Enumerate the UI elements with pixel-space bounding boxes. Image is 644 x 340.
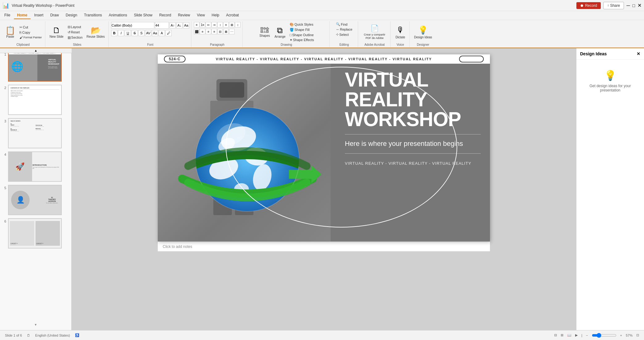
highlight-color-button[interactable]: 🖊	[165, 30, 172, 36]
design-ideas-button[interactable]: 💡 Design Ideas	[412, 24, 434, 40]
tab-view[interactable]: View	[194, 12, 208, 19]
font-size-increase-button[interactable]: A↑	[169, 22, 176, 28]
underline-button[interactable]: U	[125, 30, 131, 36]
tab-design[interactable]: Design	[63, 12, 80, 19]
new-slide-button[interactable]: 🗋 New Slide	[48, 25, 65, 40]
zoom-in-icon[interactable]: +	[620, 334, 622, 337]
zoom-out-icon[interactable]: −	[586, 334, 588, 337]
slide-img-1[interactable]: 🌐 VIRTUALREALITYWORKSHOP Here is where y…	[8, 51, 62, 82]
char-spacing-button[interactable]: AV	[145, 30, 151, 36]
tab-slideshow[interactable]: Slide Show	[131, 12, 156, 19]
slide-img-6[interactable]: CONCEPT 1 Topic description CONCEPT 2 To…	[8, 218, 62, 249]
record-button[interactable]: ⏺ Record	[576, 2, 601, 9]
italic-button[interactable]: I	[118, 30, 124, 36]
justify-button[interactable]: ≡	[211, 29, 217, 34]
font-size-input[interactable]	[155, 22, 169, 29]
align-left-button[interactable]: ⬛	[194, 29, 199, 34]
tab-home[interactable]: Home	[14, 12, 30, 19]
tab-review[interactable]: Review	[175, 12, 193, 19]
close-icon[interactable]: ✕	[638, 2, 642, 8]
slide-img-4[interactable]: 🚀 INTRODUCTION You can give a brief desc…	[8, 151, 62, 182]
notes-bar: Click to add notes	[158, 241, 490, 251]
scroll-down-icon[interactable]: ▼	[34, 323, 37, 326]
bullets-button[interactable]: ≡	[194, 22, 199, 28]
columns-button[interactable]: ⊟	[217, 29, 223, 34]
shape-outline-button[interactable]: □ Shape Outline	[288, 33, 315, 37]
quick-styles-icon: 🎨	[290, 23, 294, 27]
tab-draw[interactable]: Draw	[47, 12, 62, 19]
tab-record[interactable]: Record	[156, 12, 174, 19]
line-spacing-button[interactable]: ↕	[235, 22, 240, 28]
reuse-slides-button[interactable]: 📂 Reuse Slides	[85, 25, 107, 40]
align-center-button[interactable]: ≡	[200, 29, 205, 34]
align-right-button[interactable]: ≡	[206, 29, 211, 34]
reset-icon: ↺	[68, 30, 70, 34]
share-button[interactable]: ↑ Share	[603, 2, 624, 9]
slide-img-5[interactable]: 👤 01 THEORYLESSON You can define a defin…	[8, 185, 62, 215]
font-size-decrease-button[interactable]: A↓	[176, 22, 182, 28]
slide-thumb-1[interactable]: 1 🌐 VIRTUALREALITYWORKSHOP Here is where…	[1, 51, 70, 82]
cut-button[interactable]: ✂ Cut	[18, 25, 43, 30]
fit-slide-icon[interactable]: ⊡	[636, 333, 639, 337]
create-pdf-button[interactable]: 📄 Crear y compartir PDF de Adobe	[361, 23, 388, 41]
copy-button[interactable]: ⎘ Copy	[18, 30, 43, 35]
main-slide[interactable]: 524-C VIRTUAL REALITY - VIRTUAL REALITY …	[158, 54, 490, 241]
tab-transitions[interactable]: Transitions	[81, 12, 105, 19]
font-color-button[interactable]: A	[159, 30, 165, 36]
change-case-button[interactable]: Aa	[152, 30, 158, 36]
minimize-icon[interactable]: ─	[626, 3, 630, 8]
slide-thumb-4[interactable]: 4 🚀 INTRODUCTION You can give a brief de…	[1, 151, 70, 182]
status-right: ⊟ ⊞ 📖 ▶ | − + 57% ⊡	[554, 333, 639, 338]
tab-acrobat[interactable]: Acrobat	[223, 12, 242, 19]
section-button[interactable]: ▤ Section	[66, 35, 84, 40]
numbering-button[interactable]: 1≡	[200, 22, 205, 28]
decrease-indent-button[interactable]: ⇐	[206, 22, 211, 28]
bold-button[interactable]: B	[111, 30, 117, 36]
replace-button[interactable]: ↔ Replace	[335, 27, 353, 32]
slide-thumb-5[interactable]: 5 👤 01 THEORYLESSON You can define a def…	[1, 184, 70, 216]
shapes-button[interactable]: Shapes	[257, 26, 272, 39]
slide-thumb-6[interactable]: 6 CONCEPT 1 Topic description CONCEPT 2 …	[1, 218, 70, 249]
reset-button[interactable]: ↺ Reset	[66, 30, 84, 35]
slideshow-icon[interactable]: ▶	[575, 333, 578, 337]
close-panel-icon[interactable]: ✕	[637, 51, 640, 56]
clear-formatting-button[interactable]: Aa	[183, 22, 189, 28]
tab-insert[interactable]: Insert	[31, 12, 47, 19]
format-painter-button[interactable]: 🖌 Format Painter	[18, 35, 43, 40]
tab-animations[interactable]: Animations	[106, 12, 130, 19]
quick-styles-button[interactable]: 🎨 Quick Styles	[288, 22, 315, 27]
tab-file[interactable]: File	[1, 12, 13, 19]
slide-thumb-3[interactable]: 3 TABLE OF CONTENTS 01 THEORY Topic of t…	[1, 117, 70, 149]
text-direction-button[interactable]: ↕	[217, 22, 223, 28]
select-button[interactable]: ⊹ Select	[335, 32, 350, 37]
tab-help[interactable]: Help	[209, 12, 223, 19]
align-text-button[interactable]: ≡	[223, 22, 229, 28]
shape-fill-button[interactable]: 🪣 Shape Fill	[288, 28, 315, 32]
zoom-slider[interactable]	[592, 333, 617, 338]
strikethrough-button[interactable]: S	[132, 30, 138, 36]
slide-sorter-icon[interactable]: ⊞	[561, 333, 563, 337]
paste-button[interactable]: 📋 Paste	[3, 25, 17, 40]
slide-thumb-2[interactable]: 2 CONTENTS OF THIS TEMPLATE • All the sl…	[1, 84, 70, 116]
add-smartart-button[interactable]: ⊞	[229, 22, 235, 28]
column-layout-button[interactable]: ⊠	[223, 29, 229, 34]
scroll-up-icon[interactable]: ▲	[34, 49, 37, 52]
find-button[interactable]: 🔍 Find	[335, 22, 349, 27]
normal-view-icon[interactable]: ⊟	[554, 333, 557, 337]
slide-img-2[interactable]: CONTENTS OF THIS TEMPLATE • All the slid…	[8, 85, 62, 115]
maximize-icon[interactable]: □	[633, 3, 635, 8]
accessibility-icon[interactable]: ♿	[75, 333, 79, 337]
shadow-button[interactable]: S	[138, 30, 144, 36]
more-paragraph-button[interactable]: ⋯	[229, 29, 235, 34]
slide-notes-icon[interactable]: 🗒	[27, 334, 30, 337]
slide-img-3[interactable]: TABLE OF CONTENTS 01 THEORY Topic of the…	[8, 118, 62, 148]
reading-view-icon[interactable]: 📖	[567, 333, 571, 337]
layout-button[interactable]: ⊟ Layout	[66, 25, 84, 29]
dictate-button[interactable]: 🎙 Dictate	[394, 24, 407, 40]
increase-indent-button[interactable]: ⇒	[211, 22, 217, 28]
group-paragraph: ≡ 1≡ ⇐ ⇒ ↕ ≡ ⊞ ↕ ⬛ ≡ ≡ ≡ ⊟ ⊠ ⋯	[192, 21, 243, 47]
arrange-button[interactable]: ⧉ Arrange	[273, 25, 287, 40]
shape-effects-button[interactable]: ✦ Shape Effects	[288, 38, 315, 42]
font-name-input[interactable]	[111, 22, 154, 29]
notes-placeholder[interactable]: Click to add notes	[163, 244, 192, 249]
